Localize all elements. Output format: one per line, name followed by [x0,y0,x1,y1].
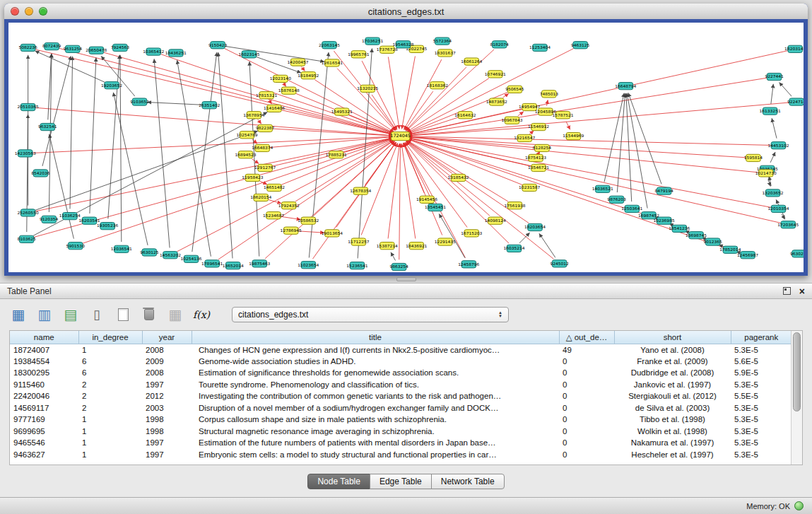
graph-node[interactable]: 8479194 [654,187,673,194]
graph-edge[interactable] [154,59,170,247]
table-cell[interactable]: 0 [559,402,614,414]
graph-node[interactable]: 11546912 [528,123,549,130]
graph-node[interactable]: 14036521 [592,185,613,192]
tab-node-table[interactable]: Node Table [307,474,370,489]
graph-node[interactable]: 9012365 [704,238,723,245]
graph-edge[interactable] [258,119,261,124]
graph-node[interactable]: 9245012 [550,260,569,267]
table-scrollbar[interactable] [791,331,802,465]
table-cell[interactable]: 9465546 [10,437,78,449]
table-cell[interactable]: 1998 [142,426,192,438]
table-cell[interactable]: Yano et al. (2008) [614,344,731,356]
graph-node[interactable]: 19145456 [416,196,437,203]
graph-node[interactable]: 18168362 [427,82,448,89]
graph-edge[interactable] [779,82,792,96]
table-cell[interactable]: 0 [559,356,614,368]
table-row[interactable]: 1938455462009Genome-wide association stu… [10,356,792,368]
table-row[interactable]: 2242004622012Investigating the contribut… [10,390,792,402]
graph-node[interactable]: 17203645 [777,221,799,228]
table-row[interactable]: 946554611997Estimation of the future num… [10,437,792,449]
table-cell[interactable]: Investigating the contribution of common… [192,390,559,402]
table-row[interactable]: 946362711997Embryonic stem cells: a mode… [10,449,792,461]
graph-node[interactable]: 10254136 [181,255,202,262]
graph-node[interactable]: 9632541 [38,123,57,130]
graph-edge[interactable] [566,122,570,129]
table-cell[interactable]: 9777169 [10,414,78,426]
graph-edge[interactable] [42,56,71,166]
table-cell[interactable]: 1 [78,344,142,356]
graph-node[interactable]: 10214730 [755,170,777,177]
graph-edge[interactable] [519,233,530,243]
table-row[interactable]: 977716911998Corpus callosum shape and si… [10,414,792,426]
graph-edge[interactable] [252,159,259,164]
table-cell[interactable]: Dudbridge et al. (2008) [614,367,731,379]
create-column-icon[interactable]: ▤ [61,305,81,325]
graph-node[interactable]: 19305236 [97,222,118,229]
graph-node[interactable]: 16894523 [235,151,256,158]
graph-node[interactable]: 18203145 [784,45,804,52]
table-row[interactable]: 911546021997Tourette syndrome. Phenomeno… [10,379,792,391]
graph-node[interactable]: 7924563 [111,44,130,51]
graph-edge[interactable] [59,48,393,134]
graph-node[interactable]: 11023654 [298,262,319,269]
network-table-select[interactable]: citations_edges.txt ▲▼ [232,307,509,322]
graph-node[interactable]: 12023140 [270,75,291,82]
graph-node[interactable]: 10236985 [654,217,675,224]
graph-edge[interactable] [301,66,305,71]
graph-node[interactable]: 17815321 [256,92,277,99]
graph-node[interactable]: 9863254 [389,263,408,270]
graph-node[interactable]: 19013654 [322,230,343,237]
graph-node[interactable]: 10586532 [298,217,319,224]
table-cell[interactable]: Wolkin et al. (1998) [614,426,731,438]
table-cell[interactable]: 5.3E-5 [731,402,792,414]
graph-node[interactable]: 12458796 [458,261,479,268]
table-cell[interactable]: Stergiakouli et al. (2012) [614,390,731,402]
column-header[interactable]: short [614,331,731,344]
graph-node[interactable]: 9150423 [208,42,228,49]
graph-node[interactable]: 17561938 [504,202,525,209]
graph-edge[interactable] [391,252,396,261]
graph-edge[interactable] [388,57,399,129]
graph-edge[interactable] [269,100,272,104]
graph-edge[interactable] [408,78,767,135]
table-cell[interactable]: 0 [559,379,614,391]
graph-edge[interactable] [770,152,775,163]
tab-network-table[interactable]: Network Table [431,474,505,489]
graph-node[interactable]: 9227441 [765,73,784,80]
table-cell[interactable]: Embryonic stem cells: a model to study s… [192,449,559,461]
graph-node[interactable]: 17896541 [201,260,223,267]
graph-node[interactable]: 18754123 [525,154,546,161]
minimize-window-button[interactable] [25,7,33,16]
table-cell[interactable]: 5.3E-5 [731,379,792,391]
graph-node[interactable]: 16715203 [461,230,482,237]
graph-node[interactable]: 18184952 [298,72,319,79]
graph-node[interactable]: 12503641 [621,205,642,212]
graph-node[interactable]: 11320215 [357,85,378,92]
table-cell[interactable]: 5.5E-5 [731,390,792,402]
column-header[interactable]: pagerank [731,331,792,344]
table-cell[interactable]: 2 [78,379,142,391]
table-cell[interactable]: Structural magnetic resonance image aver… [192,426,559,438]
table-cell[interactable]: 1998 [142,414,192,426]
graph-edge[interactable] [408,136,770,146]
table-cell[interactable]: 22420046 [10,390,78,402]
graph-node[interactable]: 18436251 [165,49,187,57]
graph-node[interactable]: 8103625 [18,235,37,243]
table-cell[interactable]: 2008 [142,367,192,379]
graph-edge[interactable] [337,69,395,131]
graph-node[interactable]: 12786945 [281,227,302,234]
table-cell[interactable]: 9699695 [10,426,78,438]
graph-node[interactable]: 13546721 [528,164,549,171]
table-cell[interactable]: 49 [559,344,614,356]
zoom-window-button[interactable] [39,7,47,16]
graph-node[interactable]: 16035214 [503,245,524,252]
graph-node[interactable]: 15387214 [377,243,398,250]
graph-edge[interactable] [772,118,777,139]
graph-node[interactable]: 16133251 [760,107,781,115]
graph-node[interactable]: 18620154 [250,194,271,201]
graph-node[interactable]: 17885231 [326,151,347,158]
table-cell[interactable]: 2003 [142,402,192,414]
graph-node[interactable]: 9103652 [130,98,149,105]
graph-node[interactable]: 11712257 [348,238,369,245]
graph-edge[interactable] [283,83,286,87]
